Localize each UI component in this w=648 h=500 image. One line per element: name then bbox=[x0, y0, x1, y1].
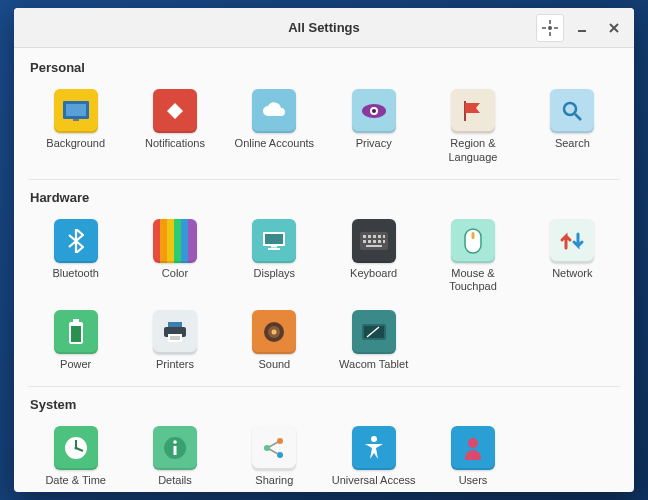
item-label: Sound bbox=[258, 358, 290, 372]
details-icon bbox=[153, 426, 197, 470]
notifications-icon bbox=[153, 89, 197, 133]
svg-rect-34 bbox=[471, 232, 474, 239]
item-notifications[interactable]: Notifications bbox=[127, 83, 222, 171]
close-icon bbox=[608, 22, 620, 34]
item-label: Details bbox=[158, 474, 192, 488]
svg-rect-28 bbox=[368, 240, 371, 243]
svg-rect-26 bbox=[383, 235, 385, 238]
svg-rect-19 bbox=[271, 246, 277, 248]
item-wacom-tablet[interactable]: Wacom Tablet bbox=[326, 304, 421, 378]
svg-point-15 bbox=[564, 103, 576, 115]
item-label: Online Accounts bbox=[235, 137, 315, 151]
svg-point-62 bbox=[468, 438, 478, 448]
online-accounts-icon bbox=[252, 89, 296, 133]
item-label: Date & Time bbox=[45, 474, 106, 488]
svg-point-45 bbox=[272, 330, 277, 335]
item-label: Background bbox=[46, 137, 105, 151]
users-icon bbox=[451, 426, 495, 470]
content-area: Personal Background Notifications bbox=[14, 48, 634, 492]
item-privacy[interactable]: Privacy bbox=[326, 83, 421, 171]
item-network[interactable]: Network bbox=[525, 213, 620, 301]
close-button[interactable] bbox=[600, 14, 628, 42]
svg-rect-30 bbox=[378, 240, 381, 243]
sharing-icon bbox=[252, 426, 296, 470]
svg-point-56 bbox=[264, 445, 270, 451]
svg-line-60 bbox=[269, 449, 278, 454]
universal-access-icon bbox=[352, 426, 396, 470]
svg-point-61 bbox=[371, 436, 377, 442]
svg-rect-55 bbox=[173, 446, 176, 455]
item-label: Bluetooth bbox=[52, 267, 98, 281]
svg-rect-27 bbox=[363, 240, 366, 243]
section-hardware: Hardware Bluetooth Color Displays bbox=[28, 179, 620, 378]
section-personal: Personal Background Notifications bbox=[28, 50, 620, 171]
item-online-accounts[interactable]: Online Accounts bbox=[227, 83, 322, 171]
svg-rect-24 bbox=[373, 235, 376, 238]
svg-line-59 bbox=[269, 442, 278, 447]
item-universal-access[interactable]: Universal Access bbox=[326, 420, 421, 492]
background-icon bbox=[54, 89, 98, 133]
svg-rect-9 bbox=[73, 119, 79, 121]
item-label: Keyboard bbox=[350, 267, 397, 281]
locate-button[interactable] bbox=[536, 14, 564, 42]
svg-point-0 bbox=[548, 26, 552, 30]
svg-rect-31 bbox=[383, 240, 385, 243]
item-label: Privacy bbox=[356, 137, 392, 151]
minimize-button[interactable] bbox=[568, 14, 596, 42]
svg-rect-29 bbox=[373, 240, 376, 243]
item-label: Sharing bbox=[255, 474, 293, 488]
settings-window: All Settings Personal Background bbox=[14, 8, 634, 492]
svg-rect-18 bbox=[265, 234, 283, 244]
svg-rect-20 bbox=[268, 248, 280, 250]
item-mouse-touchpad[interactable]: Mouse & Touchpad bbox=[425, 213, 520, 301]
svg-point-52 bbox=[74, 446, 77, 449]
item-details[interactable]: Details bbox=[127, 420, 222, 492]
color-icon bbox=[153, 219, 197, 263]
network-icon bbox=[550, 219, 594, 263]
svg-line-16 bbox=[575, 114, 581, 120]
item-search[interactable]: Search bbox=[525, 83, 620, 171]
svg-point-57 bbox=[277, 438, 283, 444]
section-title-system: System bbox=[28, 397, 620, 412]
svg-point-13 bbox=[372, 109, 376, 113]
svg-point-54 bbox=[173, 440, 177, 444]
svg-rect-23 bbox=[368, 235, 371, 238]
window-title: All Settings bbox=[288, 20, 360, 35]
item-date-time[interactable]: Date & Time bbox=[28, 420, 123, 492]
date-time-icon bbox=[54, 426, 98, 470]
item-printers[interactable]: Printers bbox=[127, 304, 222, 378]
svg-rect-10 bbox=[66, 104, 86, 116]
item-sharing[interactable]: Sharing bbox=[227, 420, 322, 492]
item-displays[interactable]: Displays bbox=[227, 213, 322, 301]
item-label: Power bbox=[60, 358, 91, 372]
item-keyboard[interactable]: Keyboard bbox=[326, 213, 421, 301]
keyboard-icon bbox=[352, 219, 396, 263]
wacom-icon bbox=[352, 310, 396, 354]
svg-rect-35 bbox=[73, 319, 79, 322]
printers-icon bbox=[153, 310, 197, 354]
item-label: Color bbox=[162, 267, 188, 281]
item-power[interactable]: Power bbox=[28, 304, 123, 378]
minimize-icon bbox=[576, 22, 588, 34]
item-label: Mouse & Touchpad bbox=[429, 267, 517, 295]
svg-rect-37 bbox=[71, 326, 81, 342]
item-sound[interactable]: Sound bbox=[227, 304, 322, 378]
item-region-language[interactable]: Region & Language bbox=[425, 83, 520, 171]
sound-icon bbox=[252, 310, 296, 354]
item-label: Printers bbox=[156, 358, 194, 372]
region-language-icon bbox=[451, 89, 495, 133]
privacy-icon bbox=[352, 89, 396, 133]
hardware-grid: Bluetooth Color Displays Keyboar bbox=[28, 213, 620, 378]
power-icon bbox=[54, 310, 98, 354]
svg-rect-32 bbox=[366, 245, 382, 247]
item-users[interactable]: Users bbox=[425, 420, 520, 492]
item-background[interactable]: Background bbox=[28, 83, 123, 171]
section-title-hardware: Hardware bbox=[28, 190, 620, 205]
section-title-personal: Personal bbox=[28, 60, 620, 75]
item-color[interactable]: Color bbox=[127, 213, 222, 301]
item-bluetooth[interactable]: Bluetooth bbox=[28, 213, 123, 301]
item-label: Users bbox=[459, 474, 488, 488]
bluetooth-icon bbox=[54, 219, 98, 263]
locate-icon bbox=[542, 20, 558, 36]
item-label: Displays bbox=[254, 267, 296, 281]
